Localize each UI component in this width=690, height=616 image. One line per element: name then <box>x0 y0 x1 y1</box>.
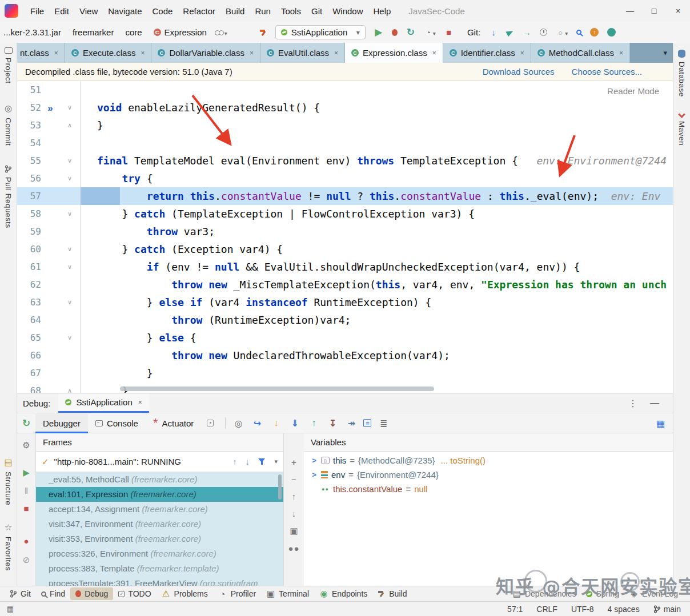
update-available-icon[interactable]: ↑ <box>590 28 599 37</box>
toolwindow-stripe-commit[interactable]: ◎Commit <box>4 103 13 146</box>
close-tab-icon[interactable]: × <box>334 49 338 57</box>
toolwindow-stripe-project[interactable]: Project <box>4 47 13 84</box>
menu-item-file[interactable]: File <box>25 4 49 18</box>
horizontal-scrollbar[interactable] <box>120 386 434 391</box>
debug-tab-debugger[interactable]: Debugger <box>35 413 88 433</box>
fold-icon[interactable]: ∨ <box>59 258 80 276</box>
debug-tab-actuator[interactable]: *Actuator <box>146 413 201 433</box>
caret-position[interactable]: 57:1 <box>507 605 523 614</box>
step-over-icon[interactable]: ↪ <box>250 418 264 429</box>
stop-button[interactable]: ■ <box>23 504 29 513</box>
breadcrumb-expression[interactable]: CExpression <box>154 27 207 37</box>
settings-list-icon[interactable]: ≣ <box>376 418 390 429</box>
close-tab-icon[interactable]: × <box>250 49 254 57</box>
menu-item-view[interactable]: View <box>74 4 103 18</box>
history-icon[interactable] <box>540 29 547 36</box>
toolwindow-button-problems[interactable]: ⚠Problems <box>157 587 213 600</box>
force-step-into-icon[interactable]: ⇓ <box>288 418 302 429</box>
pause-button[interactable]: ‖ <box>25 486 28 496</box>
coverage-button[interactable]: ↻ <box>406 26 415 38</box>
hide-frames-filter-icon[interactable] <box>258 458 266 465</box>
view-breakpoints-icon[interactable]: ● <box>23 536 29 546</box>
menu-item-navigate[interactable]: Navigate <box>103 4 147 18</box>
next-frame-icon[interactable]: ↓ <box>245 457 249 466</box>
indent-style[interactable]: 4 spaces <box>608 605 640 614</box>
chevron-right-icon[interactable]: > <box>311 456 318 465</box>
stack-frame[interactable]: process:383, Template (freemarker.templa… <box>36 561 283 576</box>
toolwindow-stripe-structure[interactable]: ▤Structure <box>4 457 13 505</box>
step-out-icon[interactable]: ↑ <box>307 418 320 428</box>
menu-item-help[interactable]: Help <box>368 4 396 18</box>
git-push-icon[interactable] <box>506 28 515 36</box>
code-authors-icon[interactable]: ▾ <box>215 27 227 37</box>
toolwindow-stripe-pull-requests[interactable]: Pull Requests <box>4 165 13 228</box>
stop-button[interactable]: ■ <box>444 27 454 37</box>
toolwindow-stripe-database[interactable]: Database <box>677 50 686 97</box>
editor-tab-nt-class[interactable]: Cnt.class× <box>17 43 65 63</box>
build-hammer-icon[interactable] <box>259 29 267 37</box>
git-fetch-icon[interactable]: → <box>522 27 531 37</box>
stack-frame[interactable]: _eval:55, MethodCall (freemarker.core) <box>36 472 283 487</box>
fold-icon[interactable]: ∨ <box>59 99 80 116</box>
move-down-icon[interactable]: ↓ <box>292 509 296 518</box>
file-encoding[interactable]: UTF-8 <box>571 605 594 614</box>
toolwindow-button-find[interactable]: Find <box>36 587 70 600</box>
choose-sources-link[interactable]: Choose Sources... <box>572 67 642 77</box>
toolwindow-button-terminal[interactable]: ▣Terminal <box>261 587 314 600</box>
line-separator[interactable]: CRLF <box>536 605 557 614</box>
editor-tab-expression-class[interactable]: CExpression.class× <box>345 43 443 63</box>
toolwindow-button-git[interactable]: Git <box>5 587 36 600</box>
menu-item-code[interactable]: Code <box>147 4 178 18</box>
code-editor[interactable]: Reader Mode 5152»∨void enableLazilyGener… <box>17 81 673 393</box>
git-branch-widget[interactable]: main <box>653 605 681 614</box>
move-up-icon[interactable]: ↑ <box>292 492 296 501</box>
duplicate-watch-icon[interactable]: ▣ <box>290 526 298 536</box>
chevron-down-icon[interactable]: ▾ <box>274 458 278 465</box>
close-tab-icon[interactable]: × <box>432 49 436 57</box>
code-with-me-icon[interactable] <box>607 28 616 37</box>
run-to-cursor-icon[interactable]: ↧ <box>326 418 339 429</box>
fold-icon[interactable]: ∨ <box>59 240 80 258</box>
menu-item-refactor[interactable]: Refactor <box>178 4 220 18</box>
fold-icon[interactable]: ∧ <box>59 382 80 393</box>
mute-breakpoints-icon[interactable]: ⊘ <box>23 555 30 565</box>
resume-to-breakpoint-icon[interactable]: ↠ <box>344 418 358 429</box>
close-tab-icon[interactable]: × <box>54 49 58 57</box>
toolwindow-button-todo[interactable]: ✓TODO <box>113 587 156 600</box>
stack-frame[interactable]: visit:353, Environment (freemarker.core) <box>36 532 283 546</box>
stack-frame[interactable]: accept:134, Assignment (freemarker.core) <box>36 502 283 517</box>
run-button[interactable]: ▶ <box>374 26 383 38</box>
minimize-button[interactable]: — <box>618 0 642 22</box>
variable-row[interactable]: >env={Environment@7244} <box>304 468 673 482</box>
toolwindow-button-build[interactable]: Build <box>372 587 412 600</box>
menu-item-edit[interactable]: Edit <box>49 4 74 18</box>
run-config-select[interactable]: SstiApplication ▾ <box>275 25 366 39</box>
editor-tab-identifier-class[interactable]: CIdentifier.class× <box>443 43 531 63</box>
variable-row[interactable]: ●●this.constantValue=null <box>304 482 673 496</box>
stack-frame[interactable]: visit:347, Environment (freemarker.core) <box>36 517 283 532</box>
breadcrumb-freemarker[interactable]: freemarker <box>73 27 114 37</box>
git-update-icon[interactable]: ↓ <box>489 27 498 37</box>
reader-mode-toggle[interactable]: Reader Mode <box>607 86 659 96</box>
search-everywhere-icon[interactable] <box>576 30 581 35</box>
close-tab-icon[interactable]: × <box>520 49 524 57</box>
quick-access-icon[interactable]: ▦ <box>6 605 15 613</box>
close-session-icon[interactable]: × <box>138 398 142 406</box>
toolwindow-stripe-favorites[interactable]: ☆Favorites <box>4 522 13 571</box>
fold-icon[interactable]: ∧ <box>59 116 80 134</box>
close-tab-icon[interactable]: × <box>141 49 145 57</box>
run-anything-icon[interactable]: ○▾ <box>556 27 568 37</box>
close-tab-icon[interactable]: × <box>619 49 623 57</box>
menu-item-build[interactable]: Build <box>220 4 250 18</box>
fold-icon[interactable]: ∨ <box>59 205 80 223</box>
show-execution-point-icon[interactable]: ◎ <box>231 418 245 429</box>
breadcrumb-ker-2-3-31-jar[interactable]: ...ker-2.3.31.jar <box>3 27 61 37</box>
profiler-button[interactable]: ◔▾ <box>424 27 436 37</box>
toolwindow-button-debug[interactable]: Debug <box>70 587 113 600</box>
menu-item-tools[interactable]: Tools <box>276 4 306 18</box>
stack-frame[interactable]: eval:101, Expression (freemarker.core) <box>36 487 283 502</box>
menu-item-run[interactable]: Run <box>250 4 276 18</box>
maximize-button[interactable]: □ <box>642 0 666 22</box>
previous-frame-icon[interactable]: ↑ <box>232 457 236 466</box>
editor-tab-evalutil-class[interactable]: CEvalUtil.class× <box>260 43 345 63</box>
